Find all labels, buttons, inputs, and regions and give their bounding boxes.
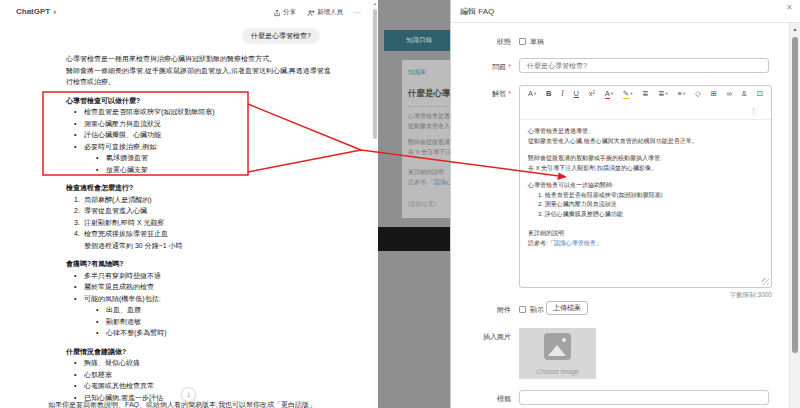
- list-item: •心律不整(多為暫時): [66, 327, 328, 339]
- attachment-show-checkbox[interactable]: [519, 306, 526, 313]
- editor-link-line: 請參考:「認識心導管檢查」: [528, 239, 763, 249]
- close-icon[interactable]: ✕: [786, 3, 793, 12]
- list-item-note: 整個過程通常約 30 分鐘~1 小時: [66, 240, 328, 252]
- editor-line: 在 X 光引導下注入顯影劑,拍攝清楚的心臟影像。: [528, 164, 763, 174]
- list-item: 4.檢查完成後拔除導管並止血: [66, 228, 328, 240]
- question-input[interactable]: [519, 58, 769, 73]
- answer-label: 解答*: [451, 89, 511, 99]
- choose-image-caption: Choose Image: [519, 368, 596, 375]
- clear-format-button[interactable]: ◇: [695, 89, 701, 99]
- modal-title-divider: [451, 22, 800, 23]
- background-nav-band: 知識目錄: [384, 30, 450, 51]
- tags-input[interactable]: [519, 390, 769, 405]
- align-button[interactable]: ≡: [678, 89, 686, 99]
- resize-handle-icon[interactable]: [762, 278, 769, 285]
- chatgpt-model-menu[interactable]: ChatGPT∨: [16, 7, 57, 16]
- list-item: 2.導管從血管進入心臟: [66, 205, 328, 217]
- toolbar-more-button[interactable]: ⋮: [750, 107, 757, 114]
- chat-header-actions: 分享 新增人員 ⋯: [273, 8, 362, 17]
- font-size-button[interactable]: A: [528, 89, 536, 99]
- list-item: •顯影劑過敏: [66, 316, 328, 328]
- answer-rich-text-editor[interactable]: A B I U x² A ✎ ≣ ≣ ≡ ◇ ⊞ ∞ & ⊡ ⋮ 心導管檢查是透…: [519, 85, 772, 288]
- attach-file-button[interactable]: &: [742, 89, 747, 99]
- more-options-button[interactable]: ⋯: [354, 9, 362, 17]
- tags-label: 標籤: [451, 394, 511, 404]
- user-message-bubble: 什麼是心導管檢查?: [242, 28, 320, 44]
- upload-file-button[interactable]: 上傳檔案: [546, 301, 588, 315]
- superscript-button[interactable]: x²: [589, 89, 595, 99]
- modal-scrollbar-thumb[interactable]: [792, 37, 798, 353]
- background-card-line: 更詳細的說明: [408, 168, 444, 177]
- choose-image-dropzone[interactable]: Choose Image: [519, 328, 596, 379]
- editor-line: 醫師會從腹股溝的股動脈或手腕的橈動脈插入導管,: [528, 154, 763, 164]
- list-item: •測量心臟壓力與血流狀況: [66, 118, 328, 130]
- list-item: •必要時可直接治療,例如:: [66, 141, 328, 153]
- modal-scrollbar[interactable]: ▲: [789, 23, 800, 408]
- chatgpt-window: ChatGPT∨ 分享 新增人員 ⋯ 什麼是心導管檢查? 心導管檢查是一種用來檢…: [0, 0, 378, 408]
- status-label: 狀態: [451, 37, 511, 47]
- editor-list-item: 1. 檢查血管是否有阻塞或狹窄(如冠狀動脈阻塞): [538, 191, 763, 201]
- section-heading: 什麼情況會建議做?: [66, 346, 328, 358]
- draft-checkbox[interactable]: [519, 38, 526, 45]
- list-item: •檢查血管是否阻塞或狹窄(如冠狀動脈阻塞): [66, 106, 328, 118]
- underline-button[interactable]: U: [574, 89, 579, 99]
- bold-button[interactable]: B: [546, 89, 551, 99]
- list-item: •心肌梗塞: [66, 369, 328, 381]
- background-card-line: 心導管檢查是透過導管,: [408, 112, 450, 121]
- faq-reference-link[interactable]: 認識心導管檢查: [554, 240, 596, 246]
- background-page-footer: [378, 227, 450, 251]
- section-heading: 會痛嗎?有風險嗎?: [66, 258, 328, 270]
- scroll-to-bottom-button[interactable]: ↓: [181, 387, 196, 402]
- list-item: •屬於常規且成熟的檢查: [66, 281, 328, 293]
- insert-image-label: 插入圖片: [451, 332, 511, 342]
- editor-line: 從動脈血管進入心臟,檢查心臟與大血管的結構與功能是否正常。: [528, 137, 763, 147]
- background-card-title: 什麼是心導管檢查?: [408, 88, 450, 100]
- list-item: •多半只有穿刺時些微不適: [66, 270, 328, 282]
- intro-line: 心導管檢查是一種用來檢查與治療心臟與冠狀動脈的醫療檢查方式。: [66, 53, 328, 65]
- background-card-line: 醫師會從腹股溝的股動脈或手腕的橈動脈插: [408, 138, 450, 147]
- editor-blank-line: [528, 219, 763, 229]
- attachment-show-label: 顯示: [530, 305, 544, 315]
- link-button[interactable]: ∞: [727, 89, 732, 99]
- attachment-label: 附件: [451, 305, 511, 315]
- background-page: 知識目錄 知識庫 什麼是心導管檢查? 心導管檢查是透過導管, 從動脈血管進入心臟…: [378, 0, 450, 408]
- share-button[interactable]: 分享: [273, 8, 296, 17]
- image-placeholder-icon: [544, 333, 571, 360]
- char-limit-note: 字數限制:3000: [519, 291, 772, 300]
- editor-list-item: 3. 評估心臟瓣膜及整體心臟功能: [538, 210, 763, 220]
- question-label: 問題*: [451, 62, 511, 72]
- add-people-button[interactable]: 新增人員: [307, 8, 343, 17]
- font-color-button[interactable]: A: [605, 89, 613, 99]
- ordered-list-button[interactable]: ≣: [642, 89, 648, 99]
- draft-checkbox-label: 草稿: [530, 37, 544, 47]
- required-asterisk: *: [508, 63, 511, 70]
- highlight-button[interactable]: ✎: [623, 89, 633, 99]
- add-people-label: 新增人員: [317, 8, 343, 17]
- chevron-down-icon: ∨: [52, 9, 57, 15]
- table-button[interactable]: ⊞: [711, 89, 717, 99]
- chat-scrollbar-thumb[interactable]: [373, 9, 377, 139]
- list-item: •出血、血腫: [66, 304, 328, 316]
- background-card-link-line: 請參考:「認識心導管檢查」: [408, 178, 450, 187]
- person-add-icon: [307, 9, 315, 17]
- background-card-footnote: [原始位置]: [408, 200, 435, 209]
- section-heading: 心導管檢查可以做什麼?: [66, 95, 328, 107]
- share-icon: [273, 9, 281, 17]
- dotted-divider: [408, 106, 450, 107]
- editor-content[interactable]: 心導管檢查是透過導管, 從動脈血管進入心臟,檢查心臟與大血管的結構與功能是否正常…: [520, 120, 771, 255]
- background-kicker: 知識庫: [408, 68, 426, 77]
- edit-faq-modal: 編輯 FAQ ✕ 狀態 草稿 問題* 解答* A B I U x² A ✎ ≣ …: [450, 0, 800, 408]
- assistant-message: 心導管檢查是一種用來檢查與治療心臟與冠狀動脈的醫療檢查方式。 醫師會將一條細長的…: [66, 53, 328, 403]
- fullscreen-button[interactable]: ⊡: [757, 89, 763, 99]
- image-icon-mountain: [548, 345, 566, 356]
- list-item: •放置心臟支架: [66, 164, 328, 176]
- editor-line: 更詳細的說明: [528, 229, 763, 239]
- intro-line: 醫師會將一條細長的導管,從手腕或鼠蹊部的血管放入,沿著血管送到心臟,再透過導管進: [66, 65, 328, 77]
- list-item: •心電圖或其他檢查異常: [66, 380, 328, 392]
- required-asterisk: *: [508, 90, 511, 97]
- list-item: 3.注射顯影劑,即時 X 光觀察: [66, 217, 328, 229]
- italic-button[interactable]: I: [561, 89, 564, 99]
- arrow-down-icon: ↓: [187, 390, 191, 399]
- unordered-list-button[interactable]: ≣: [658, 89, 668, 99]
- list-item: •評估心臟瓣膜、心臟功能: [66, 129, 328, 141]
